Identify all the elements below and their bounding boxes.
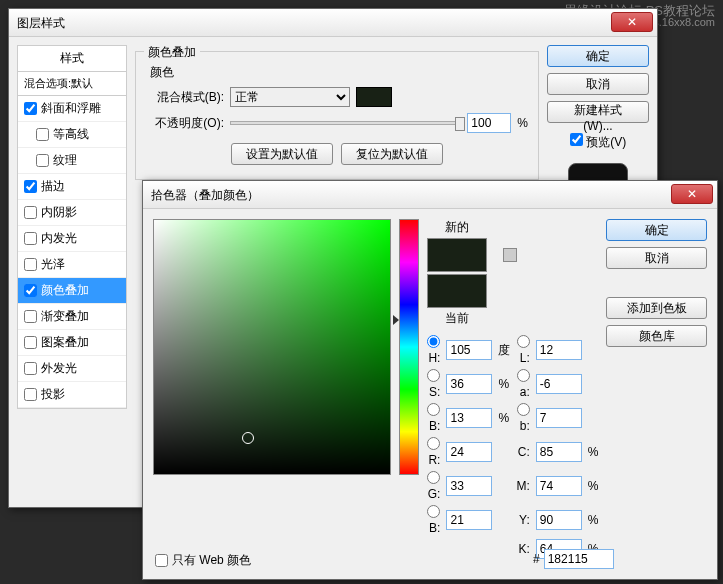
- style-checkbox[interactable]: [24, 180, 37, 193]
- mode-radio-G[interactable]: [427, 471, 440, 484]
- style-checkbox[interactable]: [24, 102, 37, 115]
- val-input-S[interactable]: [446, 374, 492, 394]
- layer-style-titlebar[interactable]: 图层样式 ✕: [9, 9, 657, 37]
- cube-icon[interactable]: [503, 248, 517, 262]
- color-field[interactable]: [153, 219, 391, 475]
- style-checkbox[interactable]: [36, 128, 49, 141]
- val-label-G: G:: [427, 471, 440, 501]
- style-item-6[interactable]: 光泽: [18, 252, 126, 278]
- ok-button[interactable]: 确定: [547, 45, 649, 67]
- style-item-0[interactable]: 斜面和浮雕: [18, 96, 126, 122]
- val-label-K: K:: [516, 542, 529, 556]
- val-label-b2: b:: [516, 403, 529, 433]
- style-item-1[interactable]: 等高线: [18, 122, 126, 148]
- small-swatch[interactable]: [497, 282, 513, 298]
- val-input-B[interactable]: [446, 408, 492, 428]
- val-unit-Y: %: [588, 513, 599, 527]
- val-input-G[interactable]: [446, 476, 492, 496]
- hue-slider[interactable]: [399, 219, 419, 475]
- mode-radio-a[interactable]: [517, 369, 530, 382]
- val-unit-H: 度: [498, 342, 510, 359]
- val-input-H[interactable]: [446, 340, 492, 360]
- val-label-Y: Y:: [516, 513, 529, 527]
- mode-radio-S[interactable]: [427, 369, 440, 382]
- val-input-M[interactable]: [536, 476, 582, 496]
- hue-indicator-icon: [393, 315, 399, 325]
- opacity-unit: %: [517, 116, 528, 130]
- style-item-11[interactable]: 投影: [18, 382, 126, 408]
- style-label: 斜面和浮雕: [41, 100, 101, 117]
- style-item-7[interactable]: 颜色叠加: [18, 278, 126, 304]
- val-label-Bb: B:: [427, 505, 440, 535]
- style-checkbox[interactable]: [24, 336, 37, 349]
- val-input-R[interactable]: [446, 442, 492, 462]
- set-default-button[interactable]: 设置为默认值: [231, 143, 333, 165]
- val-unit-B: %: [498, 411, 510, 425]
- style-label: 纹理: [53, 152, 77, 169]
- blend-options-row[interactable]: 混合选项:默认: [18, 72, 126, 96]
- preview-checkbox[interactable]: [570, 133, 583, 146]
- mode-radio-b2[interactable]: [517, 403, 530, 416]
- color-picker-titlebar[interactable]: 拾色器（叠加颜色） ✕: [143, 181, 717, 209]
- add-swatch-button[interactable]: 添加到色板: [606, 297, 707, 319]
- hex-input[interactable]: [544, 549, 614, 569]
- cancel-button[interactable]: 取消: [547, 73, 649, 95]
- style-checkbox[interactable]: [24, 206, 37, 219]
- style-checkbox[interactable]: [24, 258, 37, 271]
- hex-label: #: [533, 552, 540, 566]
- style-item-2[interactable]: 纹理: [18, 148, 126, 174]
- color-overlay-group: 颜色叠加 颜色 混合模式(B): 正常 不透明度(O): % 设置为默认值 复位…: [135, 51, 539, 180]
- val-label-H: H:: [427, 335, 440, 365]
- opacity-input[interactable]: [467, 113, 511, 133]
- web-only-checkbox[interactable]: [155, 554, 168, 567]
- close-icon[interactable]: ✕: [611, 12, 653, 32]
- style-item-3[interactable]: 描边: [18, 174, 126, 200]
- color-picker-dialog: 拾色器（叠加颜色） ✕ 新的 当前 H:度 L: [142, 180, 718, 580]
- color-cursor-icon: [242, 432, 254, 444]
- mode-radio-L[interactable]: [517, 335, 530, 348]
- close-icon[interactable]: ✕: [671, 184, 713, 204]
- val-input-Bb[interactable]: [446, 510, 492, 530]
- val-input-L[interactable]: [536, 340, 582, 360]
- style-item-8[interactable]: 渐变叠加: [18, 304, 126, 330]
- style-checkbox[interactable]: [36, 154, 49, 167]
- picker-ok-button[interactable]: 确定: [606, 219, 707, 241]
- blend-mode-label: 混合模式(B):: [146, 89, 224, 106]
- picker-cancel-button[interactable]: 取消: [606, 247, 707, 269]
- current-color-swatch[interactable]: [427, 274, 487, 308]
- style-checkbox[interactable]: [24, 232, 37, 245]
- val-input-b2[interactable]: [536, 408, 582, 428]
- overlay-color-swatch[interactable]: [356, 87, 392, 107]
- style-item-4[interactable]: 内阴影: [18, 200, 126, 226]
- color-picker-title: 拾色器（叠加颜色）: [151, 188, 259, 202]
- style-item-10[interactable]: 外发光: [18, 356, 126, 382]
- style-item-5[interactable]: 内发光: [18, 226, 126, 252]
- style-label: 渐变叠加: [41, 308, 89, 325]
- style-checkbox[interactable]: [24, 284, 37, 297]
- style-label: 图案叠加: [41, 334, 89, 351]
- style-checkbox[interactable]: [24, 310, 37, 323]
- color-library-button[interactable]: 颜色库: [606, 325, 707, 347]
- mode-radio-Bb[interactable]: [427, 505, 440, 518]
- style-checkbox[interactable]: [24, 388, 37, 401]
- styles-list: 样式 混合选项:默认 斜面和浮雕等高线纹理描边内阴影内发光光泽颜色叠加渐变叠加图…: [17, 45, 127, 409]
- style-label: 投影: [41, 386, 65, 403]
- reset-default-button[interactable]: 复位为默认值: [341, 143, 443, 165]
- style-item-9[interactable]: 图案叠加: [18, 330, 126, 356]
- mode-radio-H[interactable]: [427, 335, 440, 348]
- val-label-M: M:: [516, 479, 529, 493]
- mode-radio-R[interactable]: [427, 437, 440, 450]
- val-input-Y[interactable]: [536, 510, 582, 530]
- new-color-swatch[interactable]: [427, 238, 487, 272]
- val-input-a[interactable]: [536, 374, 582, 394]
- styles-header[interactable]: 样式: [18, 46, 126, 72]
- new-style-button[interactable]: 新建样式(W)...: [547, 101, 649, 123]
- mode-radio-B[interactable]: [427, 403, 440, 416]
- opacity-slider[interactable]: [230, 121, 461, 125]
- sub-title: 颜色: [150, 64, 528, 81]
- val-input-C[interactable]: [536, 442, 582, 462]
- style-checkbox[interactable]: [24, 362, 37, 375]
- val-label-B: B:: [427, 403, 440, 433]
- blend-mode-select[interactable]: 正常: [230, 87, 350, 107]
- layer-style-title: 图层样式: [17, 16, 65, 30]
